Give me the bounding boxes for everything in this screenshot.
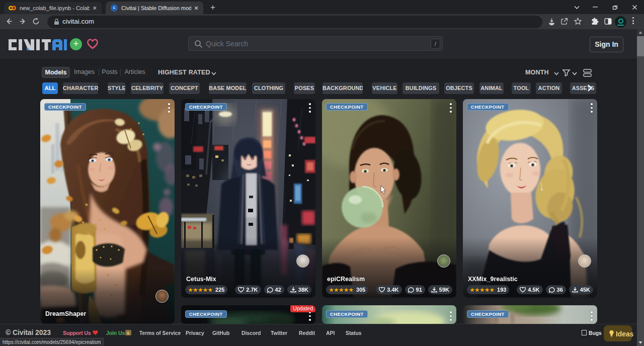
svg-text:C: C — [113, 6, 116, 10]
